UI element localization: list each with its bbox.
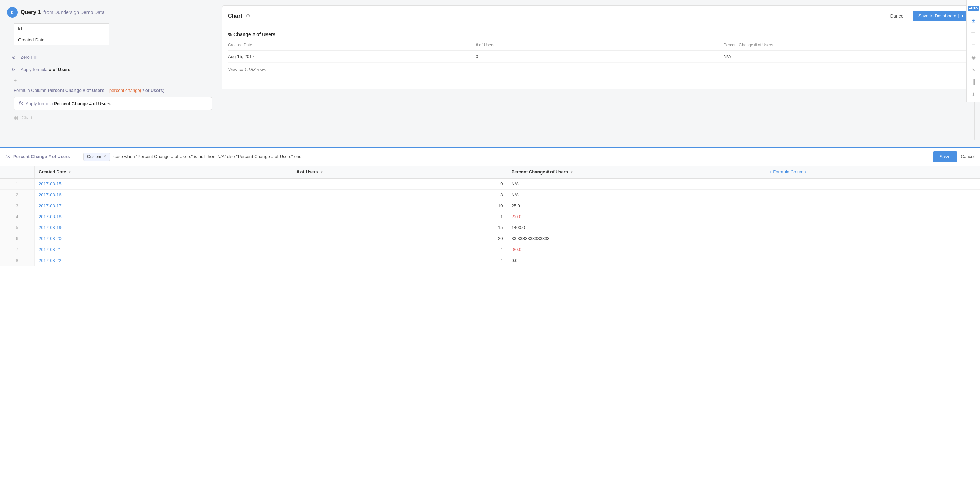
date-cell: 2017-08-18	[35, 211, 293, 222]
fx-icon-2: f×	[19, 101, 23, 106]
pct-cell: N/A	[507, 190, 765, 200]
empty-cell	[765, 244, 980, 255]
zerofill-label: Zero Fill	[21, 55, 37, 60]
formula-cancel-button[interactable]: Cancel	[961, 154, 975, 159]
pct-cell: 25.0	[507, 200, 765, 211]
view-all-link[interactable]: View all 1,183 rows	[228, 67, 969, 72]
table-row: 6 2017-08-20 20 33.3333333333333	[0, 233, 980, 244]
date-cell: 2017-08-21	[35, 244, 293, 255]
query-source: from Dundersign Demo Data	[44, 10, 105, 15]
chart-cancel-button[interactable]: Cancel	[886, 11, 909, 21]
save-dashboard-button[interactable]: Save to Dashboard ▾	[913, 11, 969, 21]
query-header: D Query 1 from Dundersign Demo Data	[7, 7, 219, 18]
row-num-cell: 1	[0, 178, 35, 190]
chart-header-right: Cancel Save to Dashboard ▾	[886, 11, 969, 21]
chart-panel-container: Chart ⚙ Cancel Save to Dashboard ▾ % Cha…	[219, 0, 980, 147]
row-num-cell: 5	[0, 222, 35, 233]
users-cell: 4	[292, 255, 507, 266]
formula-column-step[interactable]: Formula Column Percent Change # of Users…	[14, 86, 219, 95]
line-chart-icon[interactable]: ∿	[968, 64, 979, 75]
list-view-icon[interactable]: ☰	[968, 27, 979, 38]
chart-content: % Change # of Users Created Date # of Us…	[223, 26, 974, 89]
table-view-icon[interactable]: ⊞	[968, 15, 979, 26]
fx-icon-1: f×	[10, 66, 17, 73]
sidebar-icons: AUTO ⊞ ☰ ≡ ◉ ∿ ▐ ⬇	[966, 0, 980, 102]
pct-cell: -90.0	[507, 211, 765, 222]
pipeline-step-apply-formula-1[interactable]: f× Apply formula # of Users	[10, 63, 219, 76]
custom-tag-label: Custom	[87, 154, 101, 159]
field-list: Id Created Date	[14, 23, 219, 45]
col-header-add-formula[interactable]: + Formula Column	[765, 166, 980, 178]
formula-save-button[interactable]: Save	[933, 151, 958, 162]
pct-cell: 1400.0	[507, 222, 765, 233]
chart-col-pct: Percent Change # of Users	[724, 43, 969, 48]
pct-cell: -80.0	[507, 244, 765, 255]
col-header-created-date[interactable]: Created Date ▾	[35, 166, 293, 178]
sort-icon-users: ▾	[320, 170, 322, 174]
query-title: Query 1	[21, 9, 41, 15]
chart-title: Chart	[228, 13, 242, 19]
apply-formula-1-label: Apply formula # of Users	[21, 67, 70, 72]
chart-viz-area	[223, 89, 974, 141]
pct-cell: N/A	[507, 178, 765, 190]
table-row: 4 2017-08-18 1 -90.0	[0, 211, 980, 222]
data-table-container: Created Date ▾ # of Users ▾ Percent Chan…	[0, 166, 980, 487]
zerofill-icon: ⊘	[10, 54, 17, 60]
formula-eq-sign: =	[75, 154, 78, 159]
chart-gear-icon[interactable]: ⚙	[246, 13, 250, 19]
users-cell: 20	[292, 233, 507, 244]
pct-cell: 33.3333333333333	[507, 233, 765, 244]
col-header-pct-change[interactable]: Percent Change # of Users ▾	[507, 166, 765, 178]
pipeline-step-apply-formula-2[interactable]: f× Apply formula Percent Change # of Use…	[14, 97, 212, 110]
save-dashboard-dropdown-arrow[interactable]: ▾	[958, 14, 963, 18]
date-cell: 2017-08-19	[35, 222, 293, 233]
chart-data-row: Aug 15, 2017 0 N/A	[228, 51, 969, 63]
users-cell: 8	[292, 190, 507, 200]
auto-badge: AUTO	[968, 6, 979, 11]
table-row: 5 2017-08-19 15 1400.0	[0, 222, 980, 233]
row-num-cell: 4	[0, 211, 35, 222]
plus-icon: +	[14, 78, 17, 84]
empty-cell	[765, 200, 980, 211]
chart-header-left: Chart ⚙	[228, 13, 250, 19]
table-row: 8 2017-08-22 4 0.0	[0, 255, 980, 266]
empty-cell	[765, 233, 980, 244]
row-num-cell: 7	[0, 244, 35, 255]
date-cell: 2017-08-20	[35, 233, 293, 244]
chart-header: Chart ⚙ Cancel Save to Dashboard ▾	[223, 6, 974, 26]
formula-input[interactable]	[113, 154, 929, 159]
empty-cell	[765, 178, 980, 190]
custom-tag-close[interactable]: ✕	[103, 154, 106, 159]
row-num-cell: 6	[0, 233, 35, 244]
details-view-icon[interactable]: ≡	[968, 40, 979, 51]
formula-bar: f× Percent Change # of Users = Custom ✕ …	[0, 147, 980, 166]
pct-cell: 0.0	[507, 255, 765, 266]
auto-badge-item[interactable]: AUTO	[968, 3, 979, 14]
custom-tag: Custom ✕	[83, 153, 110, 161]
col-header-users[interactable]: # of Users ▾	[292, 166, 507, 178]
pipeline-step-zerofill[interactable]: ⊘ Zero Fill	[10, 51, 219, 63]
sort-icon-date: ▾	[69, 170, 70, 174]
svg-text:D: D	[11, 11, 13, 14]
field-item-id[interactable]: Id	[14, 23, 109, 34]
row-num-cell: 3	[0, 200, 35, 211]
pipeline-step-chart[interactable]: ▦ Chart	[10, 112, 219, 123]
users-cell: 0	[292, 178, 507, 190]
row-num-cell: 8	[0, 255, 35, 266]
chart-col-users: # of Users	[476, 43, 721, 48]
chart-date-val: Aug 15, 2017	[228, 54, 473, 59]
field-item-created-date[interactable]: Created Date	[14, 34, 109, 45]
users-cell: 15	[292, 222, 507, 233]
formula-fx-label: f×	[5, 154, 10, 160]
bar-chart-icon: ▦	[14, 115, 18, 120]
bar-chart-sidebar-icon[interactable]: ▐	[968, 76, 979, 87]
users-cell: 4	[292, 244, 507, 255]
formula-column-label: Formula Column Percent Change # of Users…	[14, 88, 164, 93]
date-cell: 2017-08-15	[35, 178, 293, 190]
date-cell: 2017-08-17	[35, 200, 293, 211]
add-step[interactable]: +	[10, 76, 219, 86]
pie-chart-icon[interactable]: ◉	[968, 52, 979, 63]
users-cell: 10	[292, 200, 507, 211]
chart-pct-val: N/A	[724, 54, 969, 59]
scroll-down-icon[interactable]: ⬇	[968, 89, 979, 100]
